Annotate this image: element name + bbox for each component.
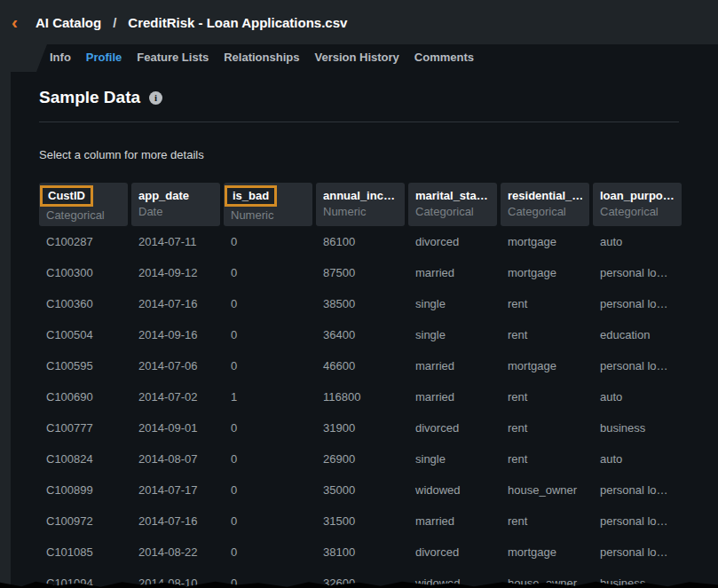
table-cell: rent: [501, 421, 589, 435]
table-cell: 2014-09-12: [131, 266, 220, 279]
table-cell: 31900: [316, 421, 405, 435]
column-type-label: Categorical: [415, 205, 490, 218]
table-cell: personal lo…: [593, 483, 682, 497]
table-cell: 0: [224, 514, 312, 528]
table-cell: single: [408, 328, 497, 341]
table-cell: C101085: [39, 545, 128, 559]
column-type-label: Categorical: [46, 208, 121, 222]
top-header-bar: ‹ AI Catalog / CreditRisk - Loan Applica…: [0, 0, 718, 44]
table-cell: married: [408, 390, 497, 404]
column-header-residential[interactable]: residential_…Categorical: [501, 183, 589, 226]
table-cell: 36400: [316, 328, 405, 341]
column-header-is-bad[interactable]: is_badNumeric: [224, 183, 312, 226]
column-type-label: Numeric: [323, 205, 398, 218]
column-name: app_date: [138, 189, 213, 202]
table-cell: single: [408, 452, 497, 466]
tab-comments[interactable]: Comments: [414, 51, 474, 64]
table-cell: 2014-07-02: [131, 390, 220, 404]
table-cell: mortgage: [501, 235, 589, 248]
table-cell: 46600: [316, 359, 405, 372]
table-cell: 86100: [316, 235, 405, 248]
table-cell: 38500: [316, 297, 405, 310]
breadcrumb-ai-catalog[interactable]: AI Catalog: [36, 15, 101, 30]
table-cell: married: [408, 266, 497, 279]
back-chevron-icon[interactable]: ‹: [12, 12, 18, 31]
column-name: residential_…: [508, 189, 582, 202]
table-cell: 0: [224, 297, 312, 310]
table-cell: personal lo…: [593, 545, 682, 559]
table-cell: C100777: [39, 421, 128, 435]
tab-feature-lists[interactable]: Feature Lists: [137, 51, 209, 64]
table-row: C1008992014-07-17035000widowedhouse_owne…: [39, 474, 682, 506]
table-cell: 116800: [316, 390, 405, 404]
tab-relationships[interactable]: Relationships: [224, 51, 299, 64]
table-cell: C100595: [39, 359, 128, 372]
column-name-highlighted: CustID: [40, 185, 93, 207]
table-cell: 26900: [316, 452, 405, 466]
table-cell: C100360: [39, 297, 128, 310]
table-cell: mortgage: [501, 545, 589, 559]
tab-version-history[interactable]: Version History: [314, 51, 398, 64]
table-row: C1008242014-08-07026900singlerentauto: [39, 443, 682, 474]
table-cell: personal lo…: [593, 359, 682, 372]
table-cell: rent: [501, 390, 589, 404]
column-header-loan-purpo[interactable]: loan_purpo…Categorical: [593, 183, 682, 226]
table-cell: divorced: [408, 235, 497, 248]
table-cell: 2014-07-16: [131, 514, 220, 528]
column-header-app-date[interactable]: app_dateDate: [131, 183, 220, 226]
table-row: C1002872014-07-11086100divorcedmortgagea…: [39, 226, 682, 257]
column-type-label: Date: [138, 205, 213, 218]
breadcrumb-current-item: CreditRisk - Loan Applications.csv: [128, 15, 347, 30]
table-cell: married: [408, 514, 497, 528]
table-cell: auto: [593, 235, 682, 248]
column-select-hint: Select a column for more details: [39, 148, 204, 161]
page-title: Sample Data i: [39, 88, 162, 107]
table-cell: 2014-08-07: [131, 452, 220, 466]
table-cell: C100899: [39, 483, 128, 497]
column-header-custid[interactable]: CustIDCategorical: [39, 183, 128, 226]
table-cell: 0: [224, 421, 312, 435]
table-cell: rent: [501, 328, 589, 341]
table-row: C1005952014-07-06046600marriedmortgagepe…: [39, 350, 682, 381]
tab-profile[interactable]: Profile: [86, 51, 122, 64]
column-name: loan_purpo…: [600, 189, 675, 202]
table-cell: C100972: [39, 514, 128, 528]
table-row: C1009722014-07-16031500marriedrentperson…: [39, 506, 682, 537]
table-cell: 0: [224, 359, 312, 372]
table-row: C1003002014-09-12087500marriedmortgagepe…: [39, 257, 682, 288]
table-cell: C100504: [39, 328, 128, 341]
tab-bar: InfoProfileFeature ListsRelationshipsVer…: [50, 44, 474, 70]
table-cell: 0: [224, 328, 312, 341]
column-header-annual-inc[interactable]: annual_inc…Numeric: [316, 183, 405, 226]
table-cell: 2014-07-17: [131, 483, 220, 497]
table-cell: C100690: [39, 390, 128, 404]
table-cell: mortgage: [501, 266, 589, 279]
table-cell: 0: [224, 483, 312, 497]
table-cell: rent: [501, 297, 589, 310]
table-cell: auto: [593, 390, 682, 404]
column-name-highlighted: is_bad: [225, 185, 277, 207]
table-header-row: CustIDCategoricalapp_dateDateis_badNumer…: [39, 183, 682, 226]
table-cell: education: [593, 328, 682, 341]
column-type-label: Categorical: [600, 205, 675, 218]
column-name: annual_inc…: [323, 189, 398, 202]
column-type-label: Numeric: [231, 208, 305, 222]
tab-info[interactable]: Info: [50, 51, 71, 64]
table-cell: single: [408, 297, 497, 310]
table-row: C1003602014-07-16038500singlerentpersona…: [39, 288, 682, 319]
table-cell: 0: [224, 235, 312, 248]
table-cell: married: [408, 359, 497, 372]
table-cell: 0: [224, 266, 312, 279]
table-cell: widowed: [408, 483, 497, 497]
table-cell: divorced: [408, 421, 497, 435]
table-cell: rent: [501, 514, 589, 528]
table-row: C1007772014-09-01031900divorcedrentbusin…: [39, 412, 682, 443]
info-icon[interactable]: i: [149, 91, 162, 105]
table-cell: 2014-08-22: [131, 545, 220, 559]
table-cell: house_owner: [501, 483, 589, 497]
table-cell: 2014-09-01: [131, 421, 220, 435]
breadcrumb-separator: /: [113, 15, 116, 30]
table-cell: business: [593, 421, 682, 435]
column-header-marital-sta[interactable]: marital_sta…Categorical: [408, 183, 497, 226]
table-cell: 35000: [316, 483, 405, 497]
